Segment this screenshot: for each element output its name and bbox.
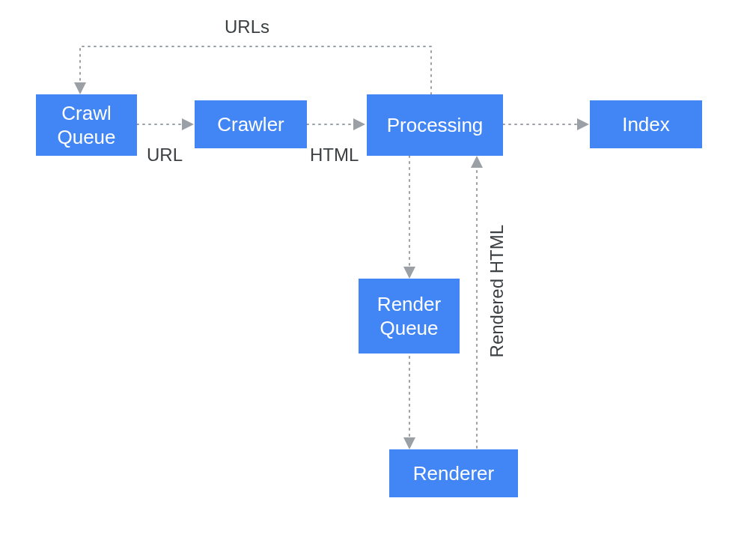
node-label: Index bbox=[622, 112, 670, 137]
node-index: Index bbox=[590, 100, 702, 148]
edge-label-rendered-html: Rendered HTML bbox=[487, 225, 507, 357]
node-label: Render Queue bbox=[377, 292, 441, 341]
edge-label-html: HTML bbox=[310, 145, 359, 166]
node-render-queue: Render Queue bbox=[359, 279, 460, 354]
node-crawler: Crawler bbox=[195, 100, 307, 148]
diagram-canvas: Crawl Queue Crawler Processing Index Ren… bbox=[0, 0, 756, 540]
node-renderer: Renderer bbox=[389, 449, 518, 497]
node-processing: Processing bbox=[367, 94, 503, 156]
node-label: Crawl Queue bbox=[57, 101, 115, 150]
node-label: Crawler bbox=[217, 112, 284, 137]
node-label: Processing bbox=[387, 113, 484, 138]
node-label: Renderer bbox=[413, 461, 494, 486]
edge-label-url: URL bbox=[147, 145, 183, 166]
edge-label-urls: URLs bbox=[225, 16, 269, 37]
arrows-layer bbox=[0, 0, 756, 540]
node-crawl-queue: Crawl Queue bbox=[36, 94, 137, 156]
